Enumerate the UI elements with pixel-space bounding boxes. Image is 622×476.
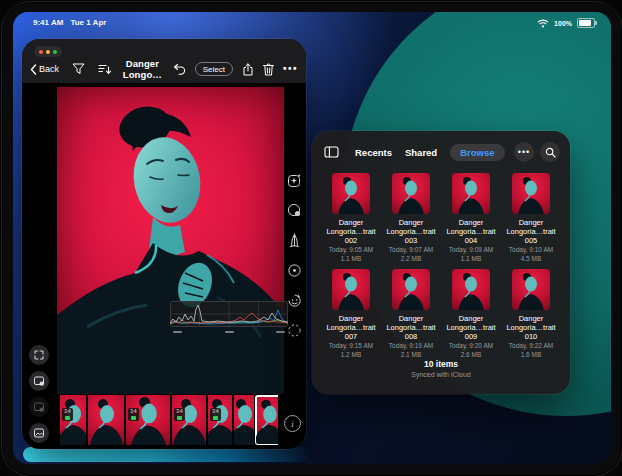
thumbnail-portrait — [234, 395, 254, 445]
chevron-left-icon — [30, 64, 37, 75]
adjust-colors-tool-button[interactable] — [285, 201, 303, 219]
histogram-axis-labels — [170, 327, 288, 333]
file-thumbnail — [332, 173, 370, 214]
thumbnail-portrait — [392, 173, 430, 214]
paste-adjustments-button[interactable] — [29, 397, 49, 417]
back-button[interactable]: Back — [30, 64, 59, 75]
file-size: 1.1 MB — [461, 255, 482, 263]
document-title: Danger Longo… — [112, 58, 173, 80]
curves-tool-button[interactable] — [285, 231, 303, 249]
copy-adjustments-button[interactable] — [29, 371, 49, 391]
aspect-ratio-badge: 3:4 — [210, 408, 221, 421]
filmstrip: 3:4 — [60, 395, 278, 445]
file-name: Danger Longoria…trait 008 — [382, 314, 440, 341]
tab-browse[interactable]: Browse — [450, 144, 504, 161]
undo-icon — [173, 64, 186, 75]
file-date: Today, 9:07 AM — [389, 246, 433, 254]
file-thumbnail — [512, 269, 550, 310]
filmstrip-thumbnail[interactable] — [234, 395, 254, 445]
thumbnail-portrait — [88, 395, 124, 445]
file-item[interactable]: Danger Longoria…trait 002 Today, 9:05 AM… — [321, 173, 381, 263]
status-date: Tue 1 Apr — [70, 18, 106, 27]
battery-percent: 100% — [554, 20, 572, 27]
thumbnail-portrait — [452, 269, 490, 310]
enhance-tool-button[interactable] — [285, 171, 303, 189]
filmstrip-thumbnail[interactable]: 3:4 — [126, 395, 170, 445]
sort-button[interactable] — [98, 63, 112, 75]
file-name: Danger Longoria…trait 003 — [382, 218, 440, 245]
file-name: Danger Longoria…trait 002 — [322, 218, 380, 245]
status-bar: 9:41 AM Tue 1 Apr 100% — [13, 16, 611, 30]
file-size: 2.1 MB — [401, 351, 422, 359]
thumbnail-portrait — [512, 173, 550, 214]
file-item[interactable]: Danger Longoria…trait 003 Today, 9:07 AM… — [381, 173, 441, 263]
tab-recents[interactable]: Recents — [355, 147, 392, 158]
sync-status: Synced with iCloud — [312, 371, 570, 378]
file-thumbnail — [392, 269, 430, 310]
file-thumbnail — [392, 173, 430, 214]
window-dot-red — [39, 50, 43, 54]
file-date: Today, 9:19 AM — [389, 342, 433, 350]
file-item[interactable]: Danger Longoria…trait 004 Today, 9:09 AM… — [441, 173, 501, 263]
share-icon — [242, 63, 254, 76]
share-button[interactable] — [242, 63, 254, 76]
file-name: Danger Longoria…trait 009 — [442, 314, 500, 341]
aspect-ratio-badge: 3:4 — [62, 408, 73, 421]
filmstrip-thumbnail[interactable] — [88, 395, 124, 445]
corner-tool-rail — [29, 345, 49, 443]
file-size: 1.1 MB — [341, 255, 362, 263]
file-item[interactable]: Danger Longoria…trait 007 Today, 9:15 AM… — [321, 269, 381, 359]
transform-icon — [33, 349, 45, 361]
file-name: Danger Longoria…trait 010 — [502, 314, 560, 341]
adjust-colors-icon — [286, 202, 303, 219]
thumbnail-portrait — [452, 173, 490, 214]
wifi-icon — [537, 19, 549, 28]
browser-more-button[interactable]: ••• — [514, 142, 534, 162]
filter-button[interactable] — [72, 63, 85, 75]
file-date: Today, 9:10 AM — [509, 246, 553, 254]
window-dot-amber — [46, 50, 50, 54]
photo-portrait-art — [57, 87, 284, 394]
transform-button[interactable] — [29, 345, 49, 365]
select-button[interactable]: Select — [195, 62, 233, 76]
undo-button[interactable] — [173, 64, 186, 75]
item-count: 10 items — [312, 359, 570, 369]
file-thumbnail — [332, 269, 370, 310]
photo-browser-window: Recents Shared Browse ••• — [312, 131, 570, 394]
info-button[interactable]: i — [284, 415, 301, 432]
photo-editor-window: Back Danger Longo… Select — [22, 39, 306, 449]
adjustments-disabled-icon — [33, 401, 45, 413]
thumbnail-portrait — [332, 173, 370, 214]
curves-icon — [286, 232, 303, 249]
browser-footer: 10 items Synced with iCloud — [312, 359, 570, 378]
filmstrip-thumbnail[interactable]: 3:4 — [60, 395, 86, 445]
wallpaper-cyan-glow — [23, 447, 311, 462]
delete-button[interactable] — [263, 63, 274, 76]
file-item[interactable]: Danger Longoria…trait 009 Today, 9:20 AM… — [441, 269, 501, 359]
more-button[interactable]: ••• — [283, 67, 298, 71]
selective-color-tool-button[interactable] — [285, 261, 303, 279]
file-item[interactable]: Danger Longoria…trait 005 Today, 9:10 AM… — [501, 173, 561, 263]
sidebar-toggle-button[interactable] — [324, 146, 339, 158]
tab-shared[interactable]: Shared — [405, 147, 437, 158]
ipad-screen: 9:41 AM Tue 1 Apr 100% Back — [13, 12, 611, 464]
filmstrip-thumbnail[interactable]: 3:4 — [208, 395, 232, 445]
gallery-icon — [33, 427, 45, 439]
window-controls[interactable] — [34, 46, 62, 57]
filmstrip-thumbnail[interactable] — [256, 396, 278, 444]
histogram-plot — [170, 301, 288, 327]
file-item[interactable]: Danger Longoria…trait 008 Today, 9:19 AM… — [381, 269, 441, 359]
thumbnail-portrait — [332, 269, 370, 310]
edited-indicator — [65, 416, 70, 421]
file-name: Danger Longoria…trait 005 — [502, 218, 560, 245]
file-item[interactable]: Danger Longoria…trait 010 Today, 9:22 AM… — [501, 269, 561, 359]
gallery-button[interactable] — [29, 423, 49, 443]
file-size: 2.2 MB — [401, 255, 422, 263]
browser-search-button[interactable] — [540, 142, 560, 162]
edited-indicator — [131, 416, 136, 421]
filmstrip-thumbnail[interactable]: 3:4 — [172, 395, 206, 445]
sidebar-icon — [324, 146, 339, 158]
enhance-icon — [286, 172, 303, 189]
repair-icon — [286, 322, 303, 339]
file-date: Today, 9:15 AM — [329, 342, 373, 350]
